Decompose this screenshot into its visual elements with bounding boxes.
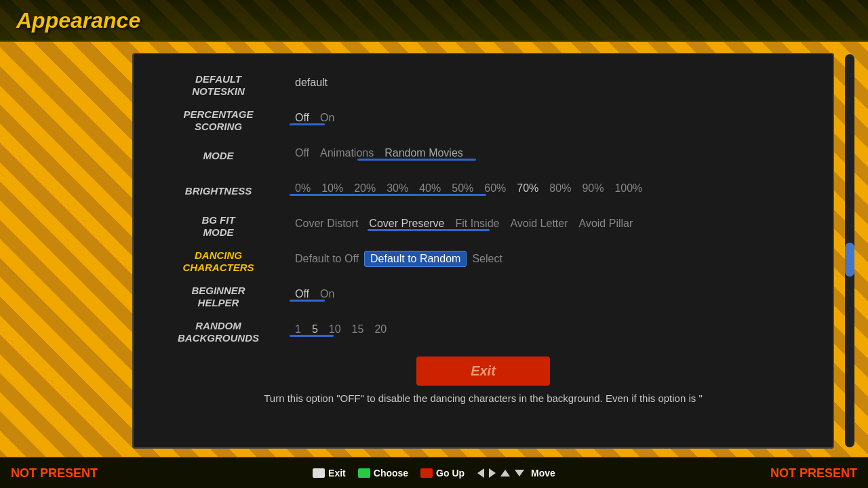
header-bar: Appearance: [0, 0, 868, 42]
setting-row-percentage-scoring: PERCENTAGESCORING Off On: [154, 103, 812, 138]
slider-pct: [290, 123, 325, 125]
bgfit-options: Cover Distort Cover Preserve Fit Inside …: [290, 218, 638, 230]
slider-mode: [357, 159, 476, 161]
setting-row-dancing-characters: DANCINGCHARACTERS Default to Off Default…: [154, 244, 812, 279]
choose-ctrl-label: Choose: [374, 468, 408, 479]
option-off-mode[interactable]: Off: [290, 147, 315, 159]
move-ctrl-label: Move: [531, 468, 555, 479]
option-random-movies[interactable]: Random Movies: [379, 147, 469, 159]
opt-60pct[interactable]: 60%: [479, 182, 511, 195]
opt-avoid-pillar[interactable]: Avoid Pillar: [574, 218, 639, 230]
setting-row-beginner-helper: BEGINNERHELPER Off On: [154, 279, 812, 314]
options-dancing-characters: Default to Off Default to Random Select: [290, 251, 812, 272]
label-default-noteskin: DEFAULTNOTESKIN: [154, 73, 290, 98]
options-brightness: 0% 10% 20% 30% 40% 50% 60% 70% 80% 90% 1…: [290, 182, 812, 200]
option-default[interactable]: default: [290, 77, 333, 89]
opt-0pct[interactable]: 0%: [290, 182, 316, 195]
beginner-options: Off On: [290, 288, 340, 300]
option-animations[interactable]: Animations: [315, 147, 379, 159]
exit-ctrl-label: Exit: [328, 468, 346, 479]
exit-button-container: Exit: [154, 357, 812, 386]
arrow-right-icon: [489, 468, 496, 478]
opt-30pct[interactable]: 30%: [381, 182, 414, 195]
setting-row-bg-fit-mode: BG FITMODE Cover Distort Cover Preserve …: [154, 209, 812, 244]
opt-fit-inside[interactable]: Fit Inside: [450, 218, 505, 230]
label-percentage-scoring: PERCENTAGESCORING: [154, 108, 290, 133]
arrow-left-icon: [477, 468, 484, 478]
ctrl-exit: Exit: [313, 468, 346, 479]
choose-icon: [358, 468, 370, 478]
setting-row-mode: MODE Off Animations Random Movies: [154, 138, 812, 174]
opt-10pct[interactable]: 10%: [316, 182, 349, 195]
arrow-up-icon: [500, 470, 510, 476]
options-random-bg: 1 5 10 15 20: [290, 323, 812, 341]
opt-1[interactable]: 1: [290, 323, 307, 336]
exit-button[interactable]: Exit: [416, 357, 550, 386]
opt-80pct[interactable]: 80%: [544, 182, 576, 195]
options-beginner-helper: Off On: [290, 288, 812, 306]
bottom-bar: NOT PRESENT Exit Choose Go Up Move NOT P…: [0, 457, 868, 488]
opt-5[interactable]: 5: [307, 323, 323, 336]
opt-15[interactable]: 15: [347, 323, 370, 336]
options-default-noteskin: default: [290, 77, 812, 94]
opt-select[interactable]: Select: [467, 253, 507, 265]
opt-20[interactable]: 20: [369, 323, 392, 336]
opt-default-off[interactable]: Default to Off: [290, 253, 364, 265]
label-random-bg: RANDOMBACKGROUNDS: [154, 320, 290, 344]
label-dancing-characters: DANCINGCHARACTERS: [154, 249, 290, 274]
opt-90pct[interactable]: 90%: [576, 182, 609, 195]
scrollbar-thumb[interactable]: [845, 243, 854, 277]
opt-cover-preserve[interactable]: Cover Preserve: [363, 218, 450, 230]
opt-40pct[interactable]: 40%: [414, 182, 446, 195]
go-up-icon: [420, 468, 433, 478]
bottom-left-label: NOT PRESENT: [11, 466, 98, 481]
options-percentage-scoring: Off On: [290, 112, 812, 129]
slider-bgfit: [368, 229, 490, 231]
brightness-options: 0% 10% 20% 30% 40% 50% 60% 70% 80% 90% 1…: [290, 182, 648, 195]
opt-50pct[interactable]: 50%: [446, 182, 479, 195]
label-beginner-helper: BEGINNERHELPER: [154, 285, 290, 309]
opt-default-random[interactable]: Default to Random: [364, 251, 467, 267]
description-text: Turn this option "OFF" to disable the da…: [264, 392, 703, 404]
opt-on-beginner[interactable]: On: [315, 288, 340, 300]
randombg-options: 1 5 10 15 20: [290, 323, 392, 336]
arrow-down-icon: [515, 470, 524, 476]
exit-icon: [313, 468, 325, 478]
description-area: Turn this option "OFF" to disable the da…: [154, 391, 812, 407]
label-mode: MODE: [154, 150, 290, 162]
mode-options: Off Animations Random Movies: [290, 147, 469, 159]
opt-100pct[interactable]: 100%: [609, 182, 648, 195]
options-bg-fit-mode: Cover Distort Cover Preserve Fit Inside …: [290, 218, 812, 235]
option-on-pct[interactable]: On: [315, 112, 340, 124]
bottom-controls: Exit Choose Go Up Move: [313, 468, 555, 479]
setting-row-random-bg: RANDOMBACKGROUNDS 1 5 10 15 20: [154, 314, 812, 350]
opt-avoid-letter[interactable]: Avoid Letter: [505, 218, 573, 230]
slider-beginner: [290, 300, 325, 302]
go-up-ctrl-label: Go Up: [436, 468, 465, 479]
opt-20pct[interactable]: 20%: [349, 182, 381, 195]
scrollbar-track[interactable]: [845, 54, 854, 447]
setting-row-brightness: BRIGHTNESS 0% 10% 20% 30% 40% 50% 60% 70…: [154, 174, 812, 209]
setting-row-default-noteskin: DEFAULTNOTESKIN default: [154, 68, 812, 103]
opt-70pct[interactable]: 70%: [511, 182, 544, 195]
option-off-pct[interactable]: Off: [290, 112, 315, 124]
opt-10[interactable]: 10: [323, 323, 347, 336]
app-title: Appearance: [16, 8, 140, 33]
label-bg-fit-mode: BG FITMODE: [154, 214, 290, 239]
opt-cover-distort[interactable]: Cover Distort: [290, 218, 363, 230]
slider-randombg: [290, 335, 334, 337]
bottom-right-label: NOT PRESENT: [770, 466, 857, 481]
options-mode: Off Animations Random Movies: [290, 147, 812, 165]
ctrl-lr-arrows: Move: [477, 468, 555, 479]
ctrl-choose: Choose: [358, 468, 408, 479]
percentage-scoring-options: Off On: [290, 112, 340, 124]
ctrl-go-up: Go Up: [420, 468, 465, 479]
main-panel: DEFAULTNOTESKIN default PERCENTAGESCORIN…: [132, 53, 834, 449]
slider-brightness: [290, 194, 486, 196]
opt-off-beginner[interactable]: Off: [290, 288, 315, 300]
label-brightness: BRIGHTNESS: [154, 185, 290, 197]
